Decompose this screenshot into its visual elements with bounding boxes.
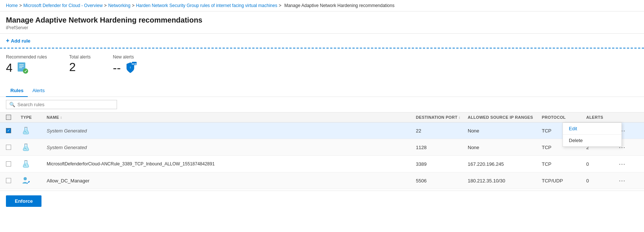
search-icon: 🔍 bbox=[9, 102, 15, 107]
context-menu-edit[interactable]: Edit bbox=[563, 123, 621, 135]
svg-text:NEW: NEW bbox=[132, 63, 137, 65]
row2-dest-port: 1128 bbox=[416, 145, 468, 150]
row2-name: System Generated bbox=[47, 145, 416, 150]
stats-row: Recommended rules 4 ✓ Total alerts 2 bbox=[0, 48, 644, 79]
col-name[interactable]: NAME ↕ bbox=[47, 115, 416, 120]
col-dest-port[interactable]: DESTINATION PORT ↕ bbox=[416, 115, 468, 120]
stat-recommended-rules: Recommended rules 4 ✓ bbox=[6, 54, 47, 74]
stat-new-alerts: New alerts -- ! NEW bbox=[113, 54, 137, 74]
row4-protocol: TCP/UDP bbox=[542, 178, 586, 184]
row4-type-icon bbox=[21, 175, 31, 186]
tab-alerts[interactable]: Alerts bbox=[28, 85, 49, 97]
search-row: 🔍 bbox=[0, 97, 644, 112]
svg-point-20 bbox=[29, 181, 30, 182]
row4-more[interactable]: ··· bbox=[616, 176, 638, 185]
svg-point-11 bbox=[26, 132, 27, 133]
row3-name: MicrosoftDefenderforCloud-ANCRule_3389_T… bbox=[47, 161, 416, 167]
breadcrumb-home[interactable]: Home bbox=[6, 3, 18, 8]
recommended-rules-icon: ✓ bbox=[16, 61, 29, 74]
row3-type-icon bbox=[21, 159, 31, 169]
new-alerts-icon: ! NEW bbox=[124, 61, 137, 74]
row4-name: Allow_DC_Manager bbox=[47, 178, 416, 184]
page-title: Manage Adaptive Network Hardening recomm… bbox=[6, 16, 638, 24]
svg-point-13 bbox=[25, 148, 26, 149]
page-subtitle: iPrefServer bbox=[6, 25, 638, 30]
col-type: TYPE bbox=[21, 115, 47, 120]
row1-dest-port: 22 bbox=[416, 128, 468, 134]
context-menu: Edit Delete bbox=[563, 122, 622, 147]
svg-point-17 bbox=[24, 177, 27, 180]
col-source-ip: ALLOWED SOURCE IP RANGES bbox=[468, 115, 542, 120]
search-box: 🔍 bbox=[6, 100, 117, 109]
row3-source-ip: 167.220.196.245 bbox=[468, 161, 542, 167]
row4-dest-port: 5506 bbox=[416, 178, 468, 184]
breadcrumb-current: Manage Adaptive Network Hardening recomm… bbox=[284, 3, 395, 8]
breadcrumb: Home > Microsoft Defender for Cloud - Ov… bbox=[0, 0, 644, 11]
name-sort-icon: ↕ bbox=[60, 115, 62, 120]
tabs-row: Rules Alerts bbox=[0, 85, 644, 97]
breadcrumb-defender[interactable]: Microsoft Defender for Cloud - Overview bbox=[23, 3, 103, 8]
row3-checkbox[interactable] bbox=[6, 161, 21, 167]
row2-source-ip: None bbox=[468, 145, 542, 150]
col-protocol: PROTOCOL bbox=[542, 115, 586, 120]
row1-checkbox[interactable]: ✓ bbox=[6, 128, 21, 133]
col-checkbox bbox=[6, 115, 21, 120]
tab-rules[interactable]: Rules bbox=[6, 85, 28, 97]
context-menu-delete[interactable]: Delete bbox=[563, 135, 621, 147]
table-header: TYPE NAME ↕ DESTINATION PORT ↕ ALLOWED S… bbox=[0, 112, 644, 122]
row3-protocol: TCP bbox=[542, 161, 586, 167]
row2-type-icon bbox=[21, 142, 31, 152]
row3-alerts: 0 bbox=[586, 161, 616, 167]
row1-name: System Generated bbox=[47, 128, 416, 134]
row2-checkbox[interactable] bbox=[6, 145, 21, 150]
row4-alerts: 0 bbox=[586, 178, 616, 184]
row1-type-icon bbox=[21, 125, 31, 136]
row3-more[interactable]: ··· bbox=[616, 159, 638, 169]
row3-dest-port: 3389 bbox=[416, 161, 468, 167]
row4-checkbox[interactable] bbox=[6, 178, 21, 183]
page-header: Manage Adaptive Network Hardening recomm… bbox=[0, 11, 644, 34]
row3-more-button[interactable]: ··· bbox=[616, 159, 628, 169]
row1-source-ip: None bbox=[468, 128, 542, 134]
svg-point-16 bbox=[25, 165, 26, 166]
svg-text:!: ! bbox=[130, 66, 131, 69]
table-row: MicrosoftDefenderforCloud-ANCRule_3389_T… bbox=[0, 156, 644, 172]
table-row: Allow_DC_Manager 5506 180.212.35.10/30 T… bbox=[0, 172, 644, 189]
row4-source-ip: 180.212.35.10/30 bbox=[468, 178, 542, 184]
breadcrumb-harden[interactable]: Harden Network Security Group rules of i… bbox=[136, 3, 277, 8]
footer: Enforce bbox=[0, 191, 644, 211]
enforce-button[interactable]: Enforce bbox=[6, 195, 41, 207]
table-row: ✓ System Generated 22 None TCP 0 ··· Edi… bbox=[0, 122, 644, 139]
svg-point-14 bbox=[26, 149, 27, 149]
plus-icon: + bbox=[6, 37, 9, 44]
table-row: System Generated 1128 None TCP 2 ··· bbox=[0, 139, 644, 156]
svg-point-10 bbox=[25, 131, 26, 132]
dest-sort-icon: ↕ bbox=[458, 115, 460, 120]
row4-more-button[interactable]: ··· bbox=[616, 176, 628, 185]
add-rule-button[interactable]: + Add rule bbox=[6, 37, 30, 44]
table-container: TYPE NAME ↕ DESTINATION PORT ↕ ALLOWED S… bbox=[0, 112, 644, 189]
svg-text:✓: ✓ bbox=[24, 69, 27, 73]
stat-total-alerts: Total alerts 2 bbox=[69, 54, 91, 73]
col-alerts: ALERTS bbox=[586, 115, 616, 120]
search-input[interactable] bbox=[17, 102, 114, 107]
toolbar: + Add rule bbox=[0, 34, 644, 48]
breadcrumb-networking[interactable]: Networking bbox=[108, 3, 130, 8]
